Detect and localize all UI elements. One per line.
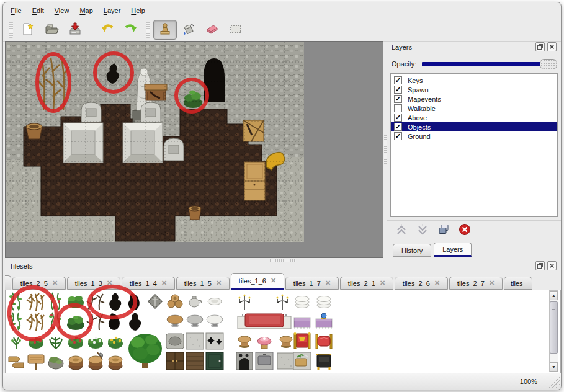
tileset-tab-tiles_1_4[interactable]: tiles_1_4✕: [122, 277, 175, 290]
redo-button[interactable]: [119, 20, 143, 40]
cushion-seat-tile[interactable]: [314, 331, 334, 351]
tileset-tab-tiles_2_6[interactable]: tiles_2_6✕: [395, 277, 448, 290]
green-door-tile[interactable]: [205, 351, 225, 371]
layer-visibility-checkbox[interactable]: ✓: [394, 76, 402, 84]
dry-branches-tile[interactable]: [26, 292, 46, 311]
white-flowers-bush-tile[interactable]: [86, 331, 105, 351]
layer-visibility-checkbox[interactable]: ✓: [394, 132, 402, 140]
duplicate-layer-button[interactable]: [437, 223, 450, 237]
dark-shape-tile[interactable]: [125, 311, 145, 331]
cake-stand-tile[interactable]: [254, 331, 274, 351]
close-tab-icon[interactable]: ✕: [325, 279, 331, 287]
toolbar-drag-handle[interactable]: [146, 22, 150, 38]
metal-sink-tile[interactable]: [254, 351, 274, 371]
bush-clump-tile[interactable]: [66, 292, 86, 311]
close-tab-icon[interactable]: ✕: [161, 279, 167, 287]
stove-counter-tile[interactable]: [205, 331, 225, 351]
fern-tile[interactable]: [46, 331, 66, 351]
close-tab-icon[interactable]: ✕: [107, 279, 112, 287]
scroll-down-button[interactable]: ▼: [550, 362, 558, 372]
tree-stump-tile[interactable]: [66, 351, 86, 371]
purple-table-tile[interactable]: [292, 311, 312, 331]
vine-plant-tile[interactable]: [6, 311, 26, 331]
log-pile-tile[interactable]: [165, 292, 185, 311]
wood-planks-tile[interactable]: [185, 351, 205, 371]
toolbar-drag-handle[interactable]: [9, 22, 13, 38]
layer-visibility-checkbox[interactable]: ✓: [394, 114, 402, 122]
cutting-board-tile[interactable]: [292, 351, 312, 371]
stove-tile[interactable]: [235, 351, 254, 371]
scroll-up-button[interactable]: ▲: [550, 291, 558, 300]
menu-item-file[interactable]: File: [11, 7, 22, 14]
float-panel-button[interactable]: [535, 42, 545, 51]
candelabra-tile[interactable]: [272, 292, 292, 311]
arrow-sign-tile[interactable]: [6, 351, 26, 371]
stump-axe-tile[interactable]: [86, 351, 105, 371]
tileset-tab-tiles[interactable]: tiles_: [504, 277, 532, 290]
layer-row-mapevents[interactable]: ✓Mapevents: [391, 94, 557, 104]
close-tab-icon[interactable]: ✕: [380, 279, 385, 287]
layer-row-spawn[interactable]: ✓Spawn: [391, 85, 557, 94]
vine-flowers-tile[interactable]: [46, 311, 66, 331]
crystal-ball-table-tile[interactable]: [314, 311, 334, 331]
tree-stump-tile[interactable]: [105, 351, 125, 371]
close-tab-icon[interactable]: ✕: [216, 279, 222, 287]
shadow-figure-tile[interactable]: [105, 292, 125, 311]
float-panel-button[interactable]: [535, 261, 545, 270]
plate-stack-tile[interactable]: [292, 292, 312, 311]
shadow-bottom-tile[interactable]: [105, 311, 125, 331]
tileset-tab-tiles_2_1[interactable]: tiles_2_1✕: [340, 277, 393, 290]
tileset-scrollbar[interactable]: ▲ ▼: [549, 290, 558, 372]
panel-tab-layers[interactable]: Layers: [434, 243, 472, 257]
round-metal-table-tile[interactable]: [185, 311, 205, 331]
scrollbar-thumb[interactable]: [550, 301, 558, 354]
layer-row-keys[interactable]: ✓Keys: [391, 76, 557, 85]
plate-tile[interactable]: [205, 292, 225, 311]
map-view[interactable]: [5, 41, 383, 258]
green-bush-tile[interactable]: [66, 311, 86, 331]
dry-branches-tile[interactable]: [26, 311, 46, 331]
resize-grip[interactable]: [547, 376, 560, 388]
layer-row-above[interactable]: ✓Above: [391, 113, 557, 122]
save-button[interactable]: [63, 20, 87, 40]
menu-item-map[interactable]: Map: [79, 7, 92, 14]
tileset-tab-tiles_1_5[interactable]: tiles_1_5✕: [176, 277, 230, 290]
select-tool-button[interactable]: [224, 20, 248, 40]
opacity-slider-track[interactable]: [422, 62, 542, 66]
fern-red-flowers-tile[interactable]: [66, 331, 86, 351]
banquet-table-tile[interactable]: [236, 311, 292, 331]
tileset-tab-tiles_1_3[interactable]: tiles_1_3✕: [67, 277, 120, 290]
close-panel-button[interactable]: [547, 261, 557, 270]
layer-row-objects[interactable]: ✓Objects: [391, 122, 557, 131]
close-tab-icon[interactable]: ✕: [489, 279, 495, 287]
move-layer-up-button[interactable]: [395, 223, 408, 237]
opacity-slider-handle[interactable]: [540, 59, 557, 69]
layer-visibility-checkbox[interactable]: ✓: [394, 86, 402, 94]
layer-row-walkable[interactable]: Walkable: [391, 104, 557, 113]
stone-basin-tile[interactable]: [165, 331, 185, 351]
large-tree-tile[interactable]: [125, 331, 165, 371]
candelabra-tile[interactable]: [235, 292, 254, 311]
close-tab-icon[interactable]: ✕: [271, 277, 276, 285]
menu-item-help[interactable]: Help: [131, 7, 145, 14]
round-wood-table-tile[interactable]: [165, 311, 185, 331]
panel-tab-history[interactable]: History: [393, 244, 431, 257]
tileset-tab-tiles_1_6[interactable]: tiles_1_6✕: [231, 273, 284, 290]
eraser-tool-button[interactable]: [200, 20, 224, 40]
counter-tile[interactable]: [185, 331, 205, 351]
rune-stone-tile[interactable]: [145, 292, 165, 311]
thorn-branches-tile[interactable]: [86, 292, 105, 311]
stamp-tool-button[interactable]: [153, 20, 177, 40]
red-flower-tile[interactable]: [26, 331, 46, 351]
move-layer-down-button[interactable]: [416, 223, 429, 237]
close-panel-button[interactable]: [547, 42, 557, 51]
menu-item-layer[interactable]: Layer: [104, 7, 121, 14]
tileset-tab-tiles_2_7[interactable]: tiles_2_7✕: [449, 277, 503, 290]
moss-rock-tile[interactable]: [46, 351, 66, 371]
undo-button[interactable]: [96, 20, 119, 40]
tileset-tab-tiles_1_7[interactable]: tiles_1_7✕: [285, 277, 339, 290]
close-tab-icon[interactable]: ✕: [52, 279, 58, 287]
gold-stove-tile[interactable]: [314, 351, 334, 371]
layer-visibility-checkbox[interactable]: ✓: [394, 95, 402, 103]
tileset-content[interactable]: [5, 290, 561, 373]
